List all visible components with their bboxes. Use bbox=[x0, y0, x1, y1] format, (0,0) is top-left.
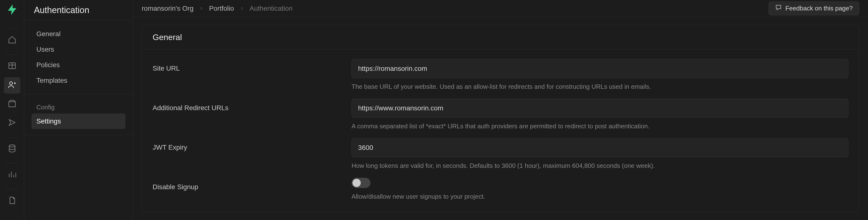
crumb-org[interactable]: romansorin's Org bbox=[142, 5, 194, 12]
sidebar-item-settings[interactable]: Settings bbox=[32, 114, 125, 129]
label-disable-signup: Disable Signup bbox=[153, 178, 351, 191]
disable-signup-toggle[interactable] bbox=[351, 178, 370, 188]
svg-point-3 bbox=[9, 145, 15, 147]
home-icon bbox=[8, 35, 17, 46]
toggle-knob bbox=[352, 179, 361, 187]
help-redirect-urls: A comma separated list of *exact* URLs t… bbox=[351, 122, 848, 130]
nav-database[interactable] bbox=[4, 141, 20, 157]
row-jwt-expiry: JWT Expiry How long tokens are valid for… bbox=[153, 134, 848, 174]
jwt-expiry-input[interactable] bbox=[351, 138, 848, 157]
reports-icon bbox=[8, 170, 17, 181]
label-jwt-expiry: JWT Expiry bbox=[153, 138, 351, 151]
svg-rect-2 bbox=[9, 102, 15, 107]
chevron-right-icon bbox=[199, 5, 204, 12]
topbar: romansorin's Org Portfolio Authenticatio… bbox=[133, 0, 868, 17]
content: General Site URL The base URL of your we… bbox=[133, 17, 868, 220]
logo-icon[interactable] bbox=[6, 3, 19, 16]
database-icon bbox=[8, 144, 17, 155]
label-site-url: Site URL bbox=[153, 59, 351, 72]
row-redirect-urls: Additional Redirect URLs A comma separat… bbox=[153, 95, 848, 134]
main: romansorin's Org Portfolio Authenticatio… bbox=[133, 0, 868, 220]
nav-reports[interactable] bbox=[4, 167, 20, 183]
nav-home[interactable] bbox=[4, 32, 20, 49]
crumb-current: Authentication bbox=[250, 5, 292, 12]
nav-edge[interactable] bbox=[4, 115, 20, 131]
auth-icon bbox=[8, 80, 17, 91]
nav-storage[interactable] bbox=[4, 96, 20, 113]
sidebar-item-users[interactable]: Users bbox=[32, 42, 125, 57]
message-icon bbox=[775, 4, 782, 12]
docs-icon bbox=[8, 196, 17, 207]
nav-docs[interactable] bbox=[4, 193, 20, 209]
sidebar-group-main: General Users Policies Templates bbox=[24, 20, 133, 94]
help-disable-signup: Allow/disallow new user signups to your … bbox=[351, 192, 848, 201]
sidebar-item-policies[interactable]: Policies bbox=[32, 57, 125, 73]
card-body: Site URL The base URL of your website. U… bbox=[142, 50, 859, 212]
card-title: General bbox=[142, 25, 859, 50]
rail-separator bbox=[5, 29, 19, 29]
nav-auth[interactable] bbox=[4, 77, 20, 94]
rail-separator bbox=[5, 137, 19, 137]
app-root: Authentication General Users Policies Te… bbox=[0, 0, 868, 220]
sidebar-title: Authentication bbox=[24, 0, 133, 20]
edge-icon bbox=[8, 118, 17, 129]
sidebar-item-general[interactable]: General bbox=[32, 26, 125, 42]
row-site-url: Site URL The base URL of your website. U… bbox=[153, 55, 848, 95]
sidebar-group-config: Config Settings bbox=[24, 94, 133, 135]
row-disable-signup: Disable Signup Allow/disallow new user s… bbox=[153, 174, 848, 205]
storage-icon bbox=[8, 99, 17, 109]
help-jwt-expiry: How long tokens are valid for, in second… bbox=[351, 161, 848, 170]
feedback-button[interactable]: Feedback on this page? bbox=[769, 1, 859, 15]
nav-table[interactable] bbox=[4, 58, 20, 75]
label-redirect-urls: Additional Redirect URLs bbox=[153, 99, 351, 112]
chevron-right-icon bbox=[240, 5, 244, 12]
sidebar-group-label: Config bbox=[32, 100, 125, 114]
general-card: General Site URL The base URL of your we… bbox=[142, 25, 859, 212]
crumb-project[interactable]: Portfolio bbox=[209, 5, 234, 12]
sidebar: Authentication General Users Policies Te… bbox=[24, 0, 133, 220]
table-icon bbox=[8, 61, 17, 72]
rail-separator bbox=[5, 55, 19, 55]
site-url-input[interactable] bbox=[351, 59, 848, 78]
redirect-urls-input[interactable] bbox=[351, 99, 848, 118]
help-site-url: The base URL of your website. Used as an… bbox=[351, 83, 848, 91]
nav-rail bbox=[0, 0, 24, 220]
sidebar-item-templates[interactable]: Templates bbox=[32, 73, 125, 88]
feedback-label: Feedback on this page? bbox=[785, 5, 853, 12]
svg-point-1 bbox=[9, 82, 12, 85]
